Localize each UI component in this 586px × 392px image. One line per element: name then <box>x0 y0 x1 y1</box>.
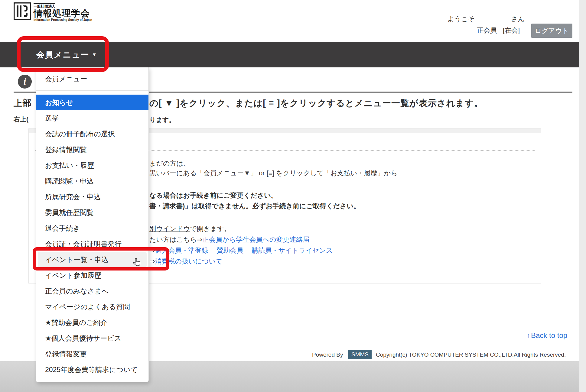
notice-line-3: なる場合はお手続き前にご変更ください。 <box>149 191 278 200</box>
powered-by-label: Powered By <box>312 352 343 358</box>
member-type-label: 正会員 <box>477 26 497 35</box>
notice-line-8: ⇒消費税の扱いについて <box>149 257 223 266</box>
menu-item-8[interactable]: 退会手続き <box>36 220 148 236</box>
menu-item-14[interactable]: ★賛助会員のご紹介 <box>36 315 148 330</box>
menu-item-2[interactable]: 会誌の冊子配布の選択 <box>36 126 148 142</box>
menu-item-9[interactable]: 会員証・会員証明書発行 <box>36 236 148 252</box>
menu-item-12[interactable]: 正会員のみなさまへ <box>36 283 148 299</box>
new-window-label: 別ウインドウ <box>149 225 190 232</box>
up-arrow-icon: ↑ <box>527 331 530 339</box>
member-menu-dropdown: 会員メニュー お知らせ選挙会誌の冊子配布の選択登録情報閲覧お支払い・履歴購読閲覧… <box>36 67 149 382</box>
member-menu-button[interactable]: 会員メニュー ▼ <box>36 42 97 67</box>
notice-line-7: ⇒個人会員・準登録賛助会員購読員・サイトライセンス <box>149 246 333 255</box>
menu-item-0[interactable]: お知らせ <box>36 95 148 110</box>
menu-item-16[interactable]: 登録情報変更 <box>36 346 148 362</box>
menu-item-15[interactable]: ★個人会員優待サービス <box>36 330 148 346</box>
notice-line-6: たい方はこちら⇒正会員から学生会員への変更連絡届 <box>149 235 310 244</box>
logout-button[interactable]: ログアウト <box>531 24 572 38</box>
logo-org-type: 一般社団法人 <box>34 3 55 8</box>
dropdown-title: 会員メニュー <box>36 67 148 91</box>
menu-item-13[interactable]: マイページのよくある質問 <box>36 299 148 315</box>
smms-badge[interactable]: SMMS <box>348 350 372 359</box>
page: 一般社団法人 情報処理学会 Information Processing Soc… <box>0 0 586 392</box>
menu-item-4[interactable]: お支払い・履歴 <box>36 157 148 173</box>
member-menu-button-label: 会員メニュー <box>36 49 90 60</box>
welcome-suffix: さん <box>511 15 525 24</box>
menu-item-5[interactable]: 購読閲覧・申込 <box>36 173 148 189</box>
dropdown-item-list: お知らせ選挙会誌の冊子配布の選択登録情報閲覧お支払い・履歴購読閲覧・申込所属研究… <box>36 95 148 377</box>
back-to-top-label: Back to top <box>531 331 567 339</box>
vertical-scrollbar[interactable] <box>579 0 586 392</box>
menu-item-10[interactable]: イベント一覧・申込 <box>38 252 147 267</box>
student-member-change-link[interactable]: 正会員から学生会員への変更連絡届 <box>203 236 310 243</box>
notice-line-7-prefix: ⇒ <box>149 247 155 254</box>
notice-line-1: まだの方は、 <box>149 159 190 168</box>
copyright-text: Copyright(c) TOKYO COMPUTER SYSTEM CO.,L… <box>376 352 566 358</box>
instruction-subheading-fragment-right: ります。 <box>149 116 175 124</box>
subscriber-sitelicense-link[interactable]: 購読員・サイトライセンス <box>252 247 333 254</box>
menu-item-7[interactable]: 委員就任歴閲覧 <box>36 205 148 220</box>
notice-line-8-prefix: ⇒ <box>149 258 155 265</box>
consumption-tax-link[interactable]: 消費税の扱いについて <box>155 258 222 265</box>
notice-line-2: 黒いバーにある「会員メニュー▼」 or [≡] をクリックして「お支払い・履歴」… <box>149 169 398 178</box>
menu-item-6[interactable]: 所属研究会・申込 <box>36 189 148 205</box>
menu-item-11[interactable]: イベント参加履歴 <box>36 267 148 283</box>
info-icon: i <box>18 75 32 89</box>
ipsj-logo: 一般社団法人 情報処理学会 Information Processing Soc… <box>14 2 92 21</box>
instruction-heading-fragment-left: 上部 <box>14 97 32 109</box>
personal-member-link[interactable]: 個人会員・準登録 <box>155 247 208 254</box>
logo-name: 情報処理学会 <box>34 9 92 18</box>
instruction-heading-fragment-right: の[ ▼ ]をクリック、または[ ≡ ]をクリックするとメニュー一覧が表示されま… <box>149 97 483 109</box>
menu-item-3[interactable]: 登録情報閲覧 <box>36 142 148 157</box>
menu-item-17[interactable]: 2025年度会費等請求について <box>36 362 148 377</box>
logo-name-en: Information Processing Society of Japan <box>34 18 92 21</box>
notice-line-4: 書・請求書)」は取得できません。必ずお手続き前にご取得ください。 <box>149 202 360 211</box>
supporting-member-link[interactable]: 賛助会員 <box>216 247 243 254</box>
instruction-subheading-fragment-left: 右上( <box>14 115 28 124</box>
welcome-text: ようこそ <box>448 15 475 24</box>
notice-line-5: 別ウインドウで開きます。 <box>149 224 231 233</box>
main-navbar: 会員メニュー ▼ <box>0 42 579 67</box>
menu-item-1[interactable]: 選挙 <box>36 110 148 126</box>
ipsj-logo-icon <box>14 2 31 20</box>
notice-line-6-prefix: たい方はこちら⇒ <box>149 236 203 243</box>
chevron-down-icon: ▼ <box>92 52 97 57</box>
back-to-top-link[interactable]: ↑Back to top <box>527 331 567 340</box>
notice-line-5-rest: で開きます。 <box>190 225 231 232</box>
member-status-badge: [在会] <box>503 26 520 35</box>
mouse-cursor-pointer-icon <box>132 258 142 268</box>
